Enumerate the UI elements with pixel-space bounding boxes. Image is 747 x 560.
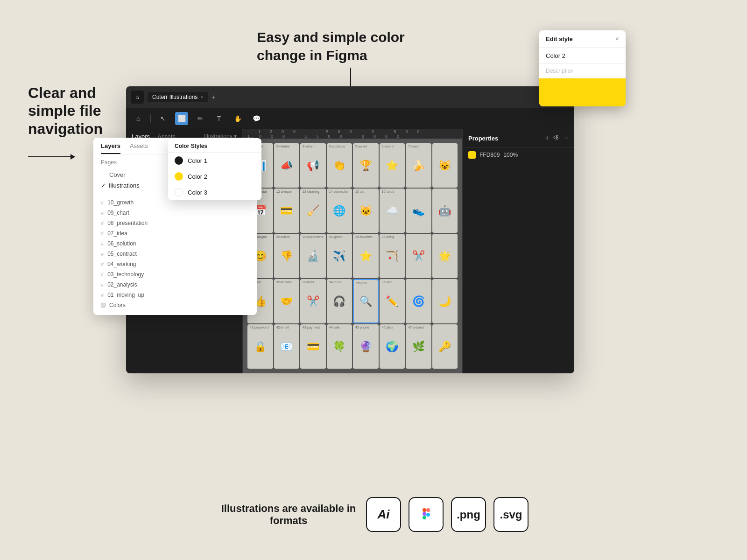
cell-label: 15-cat xyxy=(355,190,364,193)
illus-cell-36[interactable]: 36-solo✏️ xyxy=(380,279,405,323)
popup-layer-01movingup[interactable]: # 01_moving_up xyxy=(101,290,249,300)
figma-tab-close[interactable]: × xyxy=(200,95,203,100)
illus-cell-22[interactable]: 22-dislike👎 xyxy=(274,234,300,278)
color-style-color3[interactable]: Color 3 xyxy=(168,184,261,200)
illus-cell-16[interactable]: 16-cloud☁️ xyxy=(380,189,405,233)
figma-active-tab[interactable]: Cuterr Illustrations × xyxy=(148,92,208,102)
popup-layer-09chart[interactable]: # 09_chart xyxy=(101,208,249,218)
illus-cell-18[interactable]: 🤖 xyxy=(432,189,458,233)
figma-eye-action[interactable]: 👁 xyxy=(553,134,561,142)
illus-cell-14[interactable]: 14-connection🌐 xyxy=(327,189,352,233)
popup-layer-03technology[interactable]: # 03_technology xyxy=(101,269,249,280)
cell-label: 4-applause xyxy=(329,145,345,148)
color2-name: Color 2 xyxy=(188,173,207,180)
popup-layer-hash: # xyxy=(101,261,104,267)
figma-canvas-content: 1-volume📊 2-volume📣 3-advert📢 4-applause… xyxy=(243,139,462,373)
figma-toolbar: ⌂ ↖ ⬜ ✏ T ✋ 💬 xyxy=(126,108,574,129)
color-style-color2[interactable]: Color 2 xyxy=(168,168,261,184)
illus-cell-24[interactable]: 24-speed✈️ xyxy=(327,234,352,278)
popup-layer-07idea[interactable]: # 07_idea xyxy=(101,228,249,238)
popup-layer-04working[interactable]: # 04_working xyxy=(101,259,249,269)
figma-tool-home[interactable]: ⌂ xyxy=(132,112,145,125)
cell-label: 3-advert xyxy=(303,145,315,148)
left-arrow xyxy=(28,156,75,157)
illus-cell-7[interactable]: 7-sweet🍌 xyxy=(406,143,431,188)
popup-layer-08presentation[interactable]: # 08_presentation xyxy=(101,218,249,228)
illus-cell-42[interactable]: 42-email📧 xyxy=(274,324,300,369)
illus-cell-8[interactable]: 😺 xyxy=(432,143,458,188)
cell-label: 13-cleaning xyxy=(303,190,319,193)
illus-cell-46[interactable]: 46-plan🌍 xyxy=(380,324,405,369)
cell-label: 45-phone xyxy=(355,326,369,329)
figma-tool-text[interactable]: T xyxy=(212,112,226,125)
figma-color-swatch[interactable] xyxy=(468,151,476,159)
illus-cell-26[interactable]: 26-hiring🏹 xyxy=(380,234,405,278)
illus-cell-43[interactable]: 43-payment💳 xyxy=(300,324,326,369)
illus-cell-23[interactable]: 23-experiment🔬 xyxy=(300,234,326,278)
illus-cell-15[interactable]: 15-cat🐱 xyxy=(353,189,379,233)
cell-label: 26-hiring xyxy=(382,235,395,238)
illus-cell-3[interactable]: 3-advert📢 xyxy=(300,143,326,188)
popup-layer-colors[interactable]: Colors xyxy=(101,300,249,310)
format-badge-figma xyxy=(409,497,444,532)
illus-cell-17[interactable]: 👟 xyxy=(406,189,431,233)
cell-label: 46-plan xyxy=(382,326,393,329)
svg-rect-0 xyxy=(423,508,426,512)
figma-ruler-horizontal: -1200 -500 0 500 1000 1500 8000 xyxy=(243,129,462,139)
toolbar-divider-1 xyxy=(150,114,151,123)
figma-home-icon[interactable]: ⌂ xyxy=(131,91,144,104)
illus-cell-48[interactable]: 🔑 xyxy=(432,324,458,369)
edit-style-close-button[interactable]: × xyxy=(615,35,619,42)
illus-cell-32[interactable]: 32-booking🤝 xyxy=(274,279,300,323)
ruler-marks: -1200 -500 0 500 1000 1500 8000 xyxy=(247,129,462,139)
illus-cell-6[interactable]: 6-award⭐ xyxy=(380,143,405,188)
svg-label: .svg xyxy=(500,508,522,521)
illus-cell-33[interactable]: 33-miss✂️ xyxy=(300,279,326,323)
edit-style-color-preview xyxy=(539,78,626,106)
figma-tool-pen[interactable]: ✏ xyxy=(194,112,207,125)
illus-cell-28[interactable]: 🌟 xyxy=(432,234,458,278)
edit-style-name-input[interactable] xyxy=(546,52,619,59)
edit-style-name-field[interactable] xyxy=(539,48,626,64)
format-badge-ai: Ai xyxy=(366,497,401,532)
color1-swatch xyxy=(175,156,183,165)
figma-tab-plus-icon[interactable]: + xyxy=(211,93,215,101)
layers-popup-tab-layers[interactable]: Layers xyxy=(101,142,120,154)
illus-cell-45[interactable]: 45-phone🔮 xyxy=(353,324,379,369)
figma-tool-hand[interactable]: ✋ xyxy=(231,112,244,125)
cell-label: 35-solo xyxy=(356,281,367,285)
figma-tool-select[interactable]: ↖ xyxy=(156,112,169,125)
figma-minus-action[interactable]: − xyxy=(564,134,569,142)
illus-cell-12[interactable]: 12-cheque💳 xyxy=(274,189,300,233)
figma-tool-frame[interactable]: ⬜ xyxy=(175,112,188,125)
figma-color-row[interactable]: FFD809 100% xyxy=(463,147,574,162)
illus-cell-13[interactable]: 13-cleaning🧹 xyxy=(300,189,326,233)
illus-cell-2[interactable]: 2-volume📣 xyxy=(274,143,300,188)
edit-style-popup: Edit style × Description xyxy=(539,30,626,106)
illus-cell-4[interactable]: 4-applause👏 xyxy=(327,143,352,188)
color3-swatch xyxy=(175,188,183,196)
svg-point-4 xyxy=(426,513,430,517)
illus-cell-25[interactable]: 25-favorites⭐ xyxy=(353,234,379,278)
layers-popup-tab-assets[interactable]: Assets xyxy=(130,142,148,154)
illus-cell-47[interactable]: 47-present🌿 xyxy=(406,324,431,369)
illus-cell-5[interactable]: 5-award🏆 xyxy=(353,143,379,188)
color-style-color1[interactable]: Color 1 xyxy=(168,153,261,168)
illus-cell-38[interactable]: 🌙 xyxy=(432,279,458,323)
edit-style-description[interactable]: Description xyxy=(539,64,626,78)
color3-name: Color 3 xyxy=(188,189,207,196)
popup-layer-05contract[interactable]: # 05_contract xyxy=(101,249,249,259)
figma-canvas: -1200 -500 0 500 1000 1500 8000 1-volume… xyxy=(243,129,462,373)
bottom-formats-text: Illustrations are available in formats xyxy=(218,503,359,527)
cell-label: 22-dislike xyxy=(276,235,290,238)
illus-cell-44[interactable]: 44-sale🍀 xyxy=(327,324,352,369)
illus-cell-35[interactable]: 35-solo🔍 xyxy=(353,279,379,323)
figma-tool-comment[interactable]: 💬 xyxy=(250,112,263,125)
illus-cell-34[interactable]: 34-music🎧 xyxy=(327,279,352,323)
illus-cell-37[interactable]: 🌀 xyxy=(406,279,431,323)
figma-add-action[interactable]: + xyxy=(545,134,549,142)
popup-layer-02analysis[interactable]: # 02_analysis xyxy=(101,280,249,290)
popup-layer-06solution[interactable]: # 06_solution xyxy=(101,238,249,249)
illus-cell-41[interactable]: 41-password🔒 xyxy=(247,324,273,369)
illus-cell-27[interactable]: ✂️ xyxy=(406,234,431,278)
